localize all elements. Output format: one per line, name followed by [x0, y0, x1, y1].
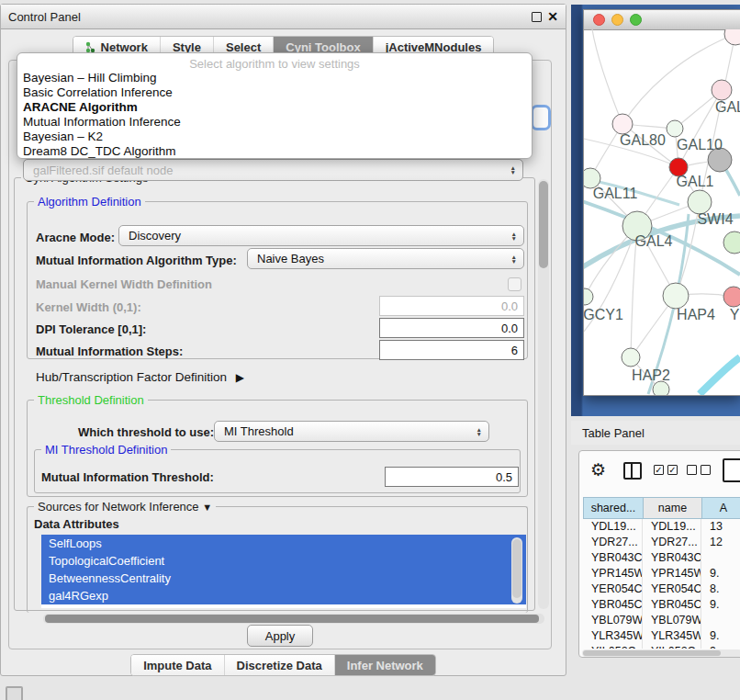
network-node-gal[interactable]	[712, 80, 732, 100]
data-attributes-list[interactable]: SelfLoopsTopologicalCoefficientBetweenne…	[41, 535, 526, 608]
table-row[interactable]: YBR043CYBR043C	[583, 550, 740, 566]
bottom-tab-impute-data[interactable]: Impute Data	[131, 655, 224, 675]
algorithm-option[interactable]: ARACNE Algorithm	[23, 100, 138, 114]
table-cell: YBL079W	[583, 613, 643, 628]
node-label: GAL	[715, 99, 740, 115]
table-row[interactable]: YIL052CYIL052C9	[583, 644, 740, 649]
control-panel-title: Control Panel	[8, 10, 81, 24]
network-collection-combo[interactable]: galFiltered.sif default node ▲▼	[23, 159, 523, 181]
settings-horizontal-scrollbar[interactable]	[43, 614, 544, 624]
kernel-width-field[interactable]: 0.0	[379, 296, 524, 316]
algorithm-option[interactable]: Bayesian – K2	[23, 130, 103, 143]
bottom-tab-infer-network[interactable]: Infer Network	[335, 655, 435, 675]
network-node[interactable]	[653, 381, 669, 395]
mi-steps-field[interactable]: 6	[379, 340, 524, 360]
aracne-mode-label: Aracne Mode:	[36, 231, 115, 244]
network-node-hap2[interactable]	[622, 348, 640, 367]
table-horizontal-scrollbar[interactable]	[582, 649, 740, 657]
network-node-gal80[interactable]	[612, 114, 633, 134]
table-hscroll-thumb[interactable]	[583, 650, 721, 656]
network-window-titlebar[interactable]	[584, 10, 740, 30]
dpi-tolerance-field[interactable]: 0.0	[379, 318, 524, 338]
network-node-y[interactable]	[723, 287, 740, 307]
attribute-item[interactable]: gal4RGexp	[41, 587, 526, 604]
stepper-icon: ▲▼	[477, 427, 482, 436]
column-header-1[interactable]: shared...	[583, 497, 643, 519]
table-row[interactable]: YDL19...YDL19...13	[583, 519, 740, 535]
manual-kernel-checkbox[interactable]	[508, 277, 521, 291]
network-node[interactable]	[724, 29, 740, 45]
checked-checkbox-icon[interactable]: ✓	[654, 465, 664, 475]
network-node-hap4[interactable]	[663, 283, 689, 309]
zoom-traffic-light-icon[interactable]	[630, 14, 642, 26]
mi-threshold-field[interactable]: 0.5	[385, 467, 519, 487]
settings-vertical-scrollbar[interactable]	[538, 179, 549, 609]
table-row[interactable]: YPR145WYPR145W9.	[583, 566, 740, 581]
table-mode-icon[interactable]	[723, 458, 740, 482]
apply-button[interactable]: Apply	[247, 625, 313, 647]
table-row[interactable]: YDR27...YDR27...12	[583, 535, 740, 550]
table-panel: ⚙ ✓ ✓ shared...nameA YDL19...YDL19...13Y…	[578, 450, 740, 658]
stepper-icon: ▲▼	[511, 231, 517, 241]
chevron-down-icon[interactable]: ▼	[202, 502, 212, 513]
network-node-swi4[interactable]	[723, 231, 740, 254]
checked-checkbox-icon[interactable]: ✓	[667, 465, 678, 475]
algorithm-option[interactable]: Basic Correlation Inference	[23, 85, 173, 99]
attributes-scroll-thumb[interactable]	[512, 539, 521, 598]
network-canvas[interactable]: GALGAL80GAL10GAL1GAL11SWI4GAL4GCY1HAP4YH…	[584, 29, 740, 395]
table-cell: 13	[701, 519, 740, 535]
aracne-mode-value: Discovery	[129, 229, 181, 243]
attributes-list-scrollbar[interactable]	[511, 537, 522, 604]
table-row[interactable]: YBR045CYBR045C9.	[583, 597, 740, 613]
threshold-definition-title: Threshold Definition	[34, 393, 148, 407]
which-threshold-label: Which threshold to use:	[78, 425, 214, 439]
manual-kernel-label: Manual Kernel Width Definition	[36, 277, 212, 291]
mi-steps-value: 6	[511, 344, 518, 357]
stepper-icon: ▲▼	[511, 254, 517, 264]
close-icon[interactable]: ✕	[547, 9, 558, 24]
minimize-traffic-light-icon[interactable]	[611, 14, 623, 26]
hub-section-toggle[interactable]: Hub/Transcription Factor Definition ▶	[36, 370, 244, 384]
close-traffic-light-icon[interactable]	[593, 14, 605, 26]
settings-vscroll-thumb[interactable]	[539, 181, 548, 268]
table-cell: 9.	[701, 566, 740, 581]
table-cell: YLR345W	[583, 628, 643, 644]
sources-title-text: Sources for Network Inference	[38, 500, 199, 514]
unchecked-checkbox-icon[interactable]	[701, 465, 711, 475]
table-row[interactable]: YBL079WYBL079W	[583, 613, 740, 628]
table-cell: YER054C	[583, 581, 643, 597]
attribute-item[interactable]: BetweennessCentrality	[41, 570, 526, 587]
table-cell: 9.	[701, 597, 740, 613]
attribute-item[interactable]: SelfLoops	[41, 535, 526, 552]
float-window-icon[interactable]	[532, 12, 542, 22]
mi-type-value: Naive Bayes	[257, 252, 324, 265]
algorithm-option[interactable]: Bayesian – Hill Climbing	[23, 71, 157, 85]
network-node-gcy1[interactable]	[584, 288, 593, 305]
table-row[interactable]: YER054CYER054C8.	[583, 581, 740, 597]
tab-label: Impute Data	[143, 659, 211, 672]
settings-hscroll-thumb[interactable]	[45, 615, 539, 623]
dock-mini-icon[interactable]	[6, 686, 23, 700]
table-row[interactable]: YLR345WYLR345W9.	[583, 628, 740, 644]
column-header-2[interactable]: name	[643, 497, 701, 519]
gear-icon[interactable]: ⚙	[590, 459, 606, 480]
split-panes-icon[interactable]	[623, 462, 642, 480]
table-cell: YBR045C	[583, 597, 643, 613]
attribute-item[interactable]: TopologicalCoefficient	[41, 552, 526, 570]
mi-type-label: Mutual Information Algorithm Type:	[36, 254, 237, 267]
which-threshold-combo[interactable]: MI Threshold ▲▼	[214, 421, 489, 442]
table-cell	[701, 550, 740, 566]
dpi-tolerance-label: DPI Tolerance [0,1]:	[36, 322, 146, 336]
column-header-3[interactable]: A	[701, 497, 740, 519]
algorithm-option[interactable]: Mutual Information Inference	[23, 115, 181, 129]
unchecked-checkbox-icon[interactable]	[687, 465, 697, 475]
bottom-tab-discretize-data[interactable]: Discretize Data	[225, 655, 335, 675]
mi-type-combo[interactable]: Naive Bayes ▲▼	[247, 248, 524, 269]
dpi-tolerance-value: 0.0	[501, 322, 518, 335]
algorithm-option[interactable]: Dream8 DC_TDC Algorithm	[23, 144, 176, 158]
table-panel-title: Table Panel	[582, 426, 645, 440]
network-window[interactable]: GALGAL80GAL10GAL1GAL11SWI4GAL4GCY1HAP4YH…	[583, 9, 740, 396]
table-cell: 9	[701, 644, 740, 649]
aracne-mode-combo[interactable]: Discovery ▲▼	[118, 225, 524, 246]
network-node-gal10[interactable]	[667, 120, 683, 137]
